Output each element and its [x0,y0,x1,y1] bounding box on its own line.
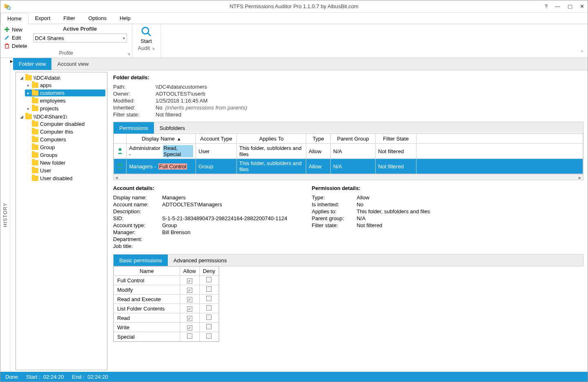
expand-icon[interactable]: ▸ [26,91,30,95]
user-icon [116,147,124,154]
deny-checkbox[interactable] [206,333,212,339]
help-button[interactable]: ? [545,3,548,9]
allow-checkbox[interactable] [187,316,192,321]
allow-checkbox[interactable] [187,325,192,331]
folder-icon [32,176,38,181]
menu-export[interactable]: Export [29,13,57,23]
basic-permissions-table: Name Allow Deny Full ControlModifyRead a… [113,266,219,342]
tree-node-root2[interactable]: ◢\\DC4\Share1\ [18,113,105,120]
expand-history-icon[interactable]: ▸ [10,58,13,372]
collapse-icon[interactable]: ◢ [20,114,24,119]
search-icon [140,26,152,37]
start-label: Start [140,38,151,44]
deny-checkbox[interactable] [206,324,212,329]
basic-permission-row: List Folder Contents [114,304,219,313]
col-applies-to[interactable]: Applies To [237,134,306,144]
tab-advanced-permissions[interactable]: Advanced permissions [168,255,233,266]
edit-button[interactable]: Edit [3,34,28,41]
basic-perm-name: Read [114,313,180,323]
maximize-button[interactable]: ▢ [568,3,572,9]
deny-checkbox[interactable] [206,286,212,292]
collapse-icon[interactable]: ◢ [20,76,24,80]
profile-dialog-launcher[interactable]: ↘ [127,51,130,56]
tree-node-employees[interactable]: employees [25,97,105,104]
delete-button[interactable]: Delete [3,42,28,49]
tree-node[interactable]: Computers [25,136,105,143]
folder-icon [32,98,38,103]
horizontal-scrollbar[interactable]: ◂▸ [114,174,583,180]
folder-tree[interactable]: ◢\\DC4\data\ ▸apps ▸customers employees … [16,72,107,370]
folder-icon [32,90,38,96]
tab-permissions[interactable]: Permissions [114,122,154,134]
deny-checkbox[interactable] [206,315,212,320]
deny-checkbox[interactable] [206,296,212,301]
close-button[interactable]: ✕ [580,3,584,9]
perm-account-type: Group [196,159,237,174]
tab-subfolders[interactable]: Subfolders [154,122,191,134]
svg-point-12 [118,163,120,166]
permission-row[interactable]: Administrator - Read, SpecialUserThis fo… [114,144,583,159]
expand-icon[interactable]: ▸ [26,83,30,87]
ribbon-group-profile: Profile [3,49,129,57]
tree-node-projects[interactable]: ▸projects [25,105,105,112]
expand-icon[interactable]: ▸ [26,106,30,111]
perm-parent-group: N/A [356,215,430,221]
account-display-name: Managers [162,194,287,201]
tree-node[interactable]: Group [25,144,105,151]
tree-node-apps[interactable]: ▸apps [25,82,105,89]
folder-path: \\DC4\data\customers [156,84,584,90]
account-job-title [162,243,287,249]
status-start: Start : 02:24:20 [26,374,64,380]
history-label: HISTORY [2,199,8,231]
title-bar: NTFS Permissions Auditor Pro 1.1.0.7 by … [0,0,588,13]
col-name[interactable]: Name [114,267,180,276]
perm-applies-to: This folder, subfolders and files [356,208,430,214]
tree-node[interactable]: User disabled [25,175,105,182]
permissions-table[interactable]: Display Name ▴ Account Type Applies To T… [113,134,584,180]
allow-checkbox[interactable] [187,306,192,312]
pencil-icon [4,34,10,41]
menu-filter[interactable]: Filter [57,13,82,23]
tree-node[interactable]: Groups [25,152,105,159]
allow-checkbox[interactable] [187,333,192,339]
tree-node[interactable]: Computer disabled [25,121,105,127]
tree-node[interactable]: New folder [25,159,105,166]
history-panel-tab[interactable]: HISTORY [0,58,10,372]
tree-node-root1[interactable]: ◢\\DC4\data\ [18,74,105,81]
tab-folder-view[interactable]: Folder view [13,58,51,70]
allow-checkbox[interactable] [187,297,192,302]
tab-basic-permissions[interactable]: Basic permissions [114,255,168,266]
new-button[interactable]: New [3,26,28,33]
col-parent-group[interactable]: Parent Group [331,134,376,144]
permission-row[interactable]: Managers - Full ControlGroupThis folder,… [114,159,583,174]
col-allow[interactable]: Allow [180,267,199,276]
menu-help[interactable]: Help [113,13,137,23]
col-deny[interactable]: Deny [199,267,218,276]
tree-node-customers[interactable]: ▸customers [25,89,105,96]
perm-filter: Not filtered [376,159,416,174]
window-title: NTFS Permissions Auditor Pro 1.1.0.7 by … [229,3,359,9]
svg-point-11 [119,148,122,151]
minimize-button[interactable]: — [555,3,560,9]
folder-details-title: Folder details: [113,74,584,80]
tree-node[interactable]: User [25,167,105,174]
trash-icon [4,42,10,49]
col-type[interactable]: Type [306,134,331,144]
profile-select[interactable]: DC4 Shares ▾ [33,34,127,42]
tree-node[interactable]: Computer this [25,128,105,135]
menu-options[interactable]: Options [82,13,113,23]
col-account-type[interactable]: Account Type [196,134,237,144]
col-display-name[interactable]: Display Name ▴ [127,134,196,144]
perm-type: Allow [306,144,331,159]
perm-filter-state: Not filtered [356,222,430,228]
start-button[interactable]: Start [140,26,152,44]
deny-checkbox[interactable] [206,277,212,282]
deny-checkbox[interactable] [206,305,212,311]
col-filter-state[interactable]: Filter State [376,134,416,144]
audit-dialog-launcher[interactable]: ↘ [151,46,155,51]
allow-checkbox[interactable] [187,288,192,293]
menu-home[interactable]: Home [0,13,29,24]
tab-account-view[interactable]: Account view [51,58,94,70]
ribbon-collapse[interactable]: ˄ [577,48,588,58]
allow-checkbox[interactable] [187,278,192,284]
